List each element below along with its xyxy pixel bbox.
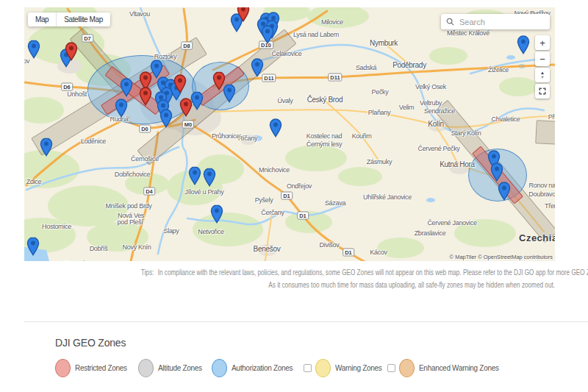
map-pin-blue[interactable] [26, 237, 40, 256]
map-pin-blue[interactable] [251, 58, 264, 77]
enhanced-warning-zones-checkbox[interactable] [387, 364, 395, 372]
map-pin-red[interactable] [212, 71, 226, 90]
fullscreen-icon [538, 87, 547, 96]
authorization-zones-label: Authorization Zones [232, 364, 293, 372]
fullscreen-button[interactable] [535, 84, 550, 99]
map-pin-blue[interactable] [120, 78, 133, 97]
map-pin-blue[interactable] [27, 40, 40, 59]
map-pin-blue[interactable] [490, 163, 503, 182]
map-pin-blue[interactable] [159, 109, 173, 128]
zoom-out-button[interactable]: − [535, 51, 550, 66]
tips-label: Tips: [141, 268, 154, 277]
map-pin-red[interactable] [139, 87, 152, 106]
page: VltavouRoztokyMiloviceLysá nad LabemNymb… [0, 0, 588, 392]
section-divider [24, 321, 588, 322]
map-pin-blue[interactable] [40, 138, 53, 157]
legend-title: DJI GEO Zones [55, 337, 126, 349]
legend-item-enhanced-warning-zones: Enhanced Warning Zones [387, 359, 499, 377]
map-attribution: © MapTiler © OpenStreetMap contributors [450, 254, 553, 260]
map-pin-blue[interactable] [498, 182, 511, 201]
map-pin-blue[interactable] [188, 166, 201, 185]
legend-item-authorization-zones: Authorization Zones [212, 359, 293, 377]
legend-item-altitude-zones: Altitude Zones [138, 359, 202, 377]
search-icon [446, 18, 454, 26]
map-view-button[interactable]: Map [28, 13, 56, 26]
search-input[interactable] [458, 17, 550, 27]
map-pin-blue[interactable] [210, 204, 223, 224]
up-down-arrows-icon: ▲▼ [540, 71, 545, 79]
map-pin-blue[interactable] [115, 99, 128, 118]
search-box [441, 14, 550, 29]
map-pin-red[interactable] [179, 98, 193, 117]
map-pin-blue[interactable] [517, 35, 530, 54]
altitude-zones-label: Altitude Zones [158, 364, 202, 372]
legend-row: Restricted ZonesAltitude ZonesAuthorizat… [0, 359, 588, 378]
map-canvas[interactable]: VltavouRoztokyMiloviceLysá nad LabemNymb… [24, 7, 555, 261]
restricted-zones-label: Restricted Zones [75, 364, 127, 372]
tips-line-2: As it consumes too much time for mass da… [141, 279, 555, 291]
country-label: Czechia [519, 232, 555, 243]
map-pin-blue[interactable] [203, 168, 216, 187]
map-pin-red[interactable] [65, 42, 78, 61]
tilt-control-button[interactable]: ▲▼ [535, 68, 550, 82]
legend-item-restricted-zones: Restricted Zones [55, 359, 127, 377]
warning-zones-label: Warning Zones [335, 364, 382, 372]
map-pin-blue[interactable] [269, 118, 282, 138]
restricted-zones-swatch [55, 359, 71, 377]
map-pin-red[interactable] [237, 7, 250, 22]
warning-zones-swatch [315, 359, 331, 377]
map-pin-red[interactable] [173, 74, 187, 93]
enhanced-warning-zones-swatch [399, 359, 415, 377]
warning-zones-checkbox[interactable] [304, 364, 312, 372]
enhanced-warning-zones-label: Enhanced Warning Zones [419, 364, 499, 372]
satellite-view-button[interactable]: Satellite Map [57, 13, 110, 26]
legend-item-warning-zones: Warning Zones [304, 359, 382, 377]
map-markers-layer [24, 7, 555, 261]
tips-line-1: Tips:In compliance with the relevant law… [141, 266, 555, 279]
map-pin-blue[interactable] [261, 25, 274, 44]
tips-block: Tips:In compliance with the relevant law… [24, 266, 555, 291]
authorization-zones-swatch [212, 359, 227, 377]
zoom-in-button[interactable]: + [535, 35, 550, 50]
map-type-toggle: Map Satellite Map [28, 13, 110, 26]
altitude-zones-swatch [138, 359, 154, 377]
